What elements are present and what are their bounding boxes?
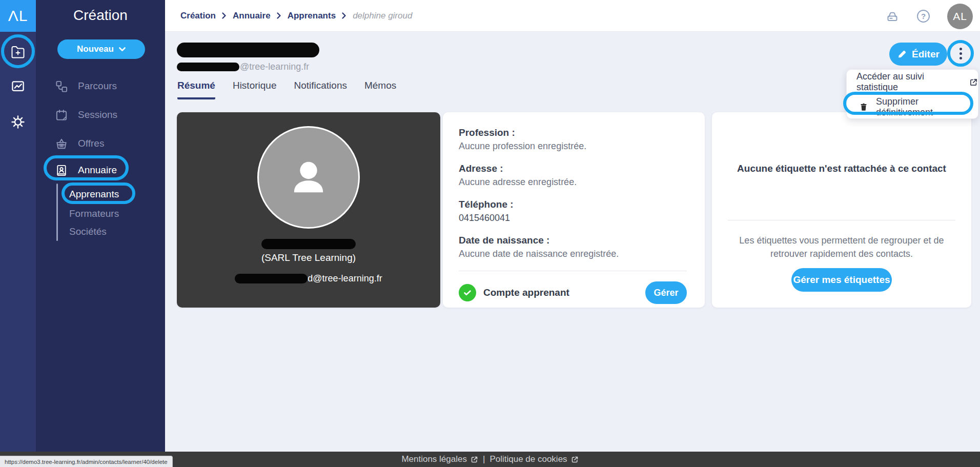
external-link-icon [471, 456, 478, 463]
edit-button-label: Éditer [912, 49, 940, 60]
sidebar-subitem-label: Apprenants [69, 189, 119, 200]
chevron-right-icon [276, 12, 282, 19]
sidebar-item-label: Offres [78, 138, 104, 149]
sidebar-item-label: Parcours [78, 80, 117, 92]
profile-email-redaction [235, 274, 308, 283]
tab-memos[interactable]: Mémos [364, 80, 396, 99]
sidebar-title: Création [36, 7, 165, 24]
tab-notifications[interactable]: Notifications [294, 80, 347, 99]
legal-link-label: Mentions légales [401, 454, 467, 464]
app-logo[interactable]: ΛL [0, 0, 36, 32]
folder-plus-icon [10, 44, 26, 60]
menu-item-statistics[interactable]: Accéder au suivi statistique [847, 70, 978, 94]
cookies-link-label: Politique de cookies [489, 454, 567, 464]
field-value: Aucune profession enregistrée. [459, 141, 687, 152]
field-value: 0415460041 [459, 213, 687, 224]
tab-resume[interactable]: Résumé [177, 80, 215, 99]
breadcrumb-creation[interactable]: Création [180, 11, 216, 21]
rail-item-settings[interactable] [0, 108, 36, 136]
sidebar-subitem-societes[interactable]: Sociétés [69, 225, 107, 238]
printer-icon[interactable] [885, 9, 900, 23]
help-glyph: ? [921, 12, 926, 21]
tags-help-text: Les étiquettes vous permettent de regrou… [731, 234, 952, 260]
breadcrumb-apprenants[interactable]: Apprenants [288, 11, 336, 21]
sidebar-item-parcours[interactable]: Parcours [36, 79, 165, 93]
gear-icon [10, 114, 26, 130]
field-telephone: Téléphone : 0415460041 [459, 199, 687, 224]
contact-email-redaction [177, 63, 239, 71]
account-row: Compte apprenant Gérer [459, 281, 687, 304]
submenu-tree-line [56, 184, 58, 241]
sidebar-item-label: Sessions [78, 109, 117, 120]
sidebar-item-annuaire[interactable]: Annuaire [36, 163, 165, 177]
tags-empty-title: Aucune étiquette n'est rattachée à ce co… [727, 163, 956, 174]
field-value: Aucune adresse enregistrée. [459, 177, 687, 188]
sidebar-subitem-apprenants[interactable]: Apprenants [69, 188, 119, 201]
tab-historique[interactable]: Historique [233, 80, 277, 99]
field-label: Adresse : [459, 163, 687, 174]
field-label: Date de naissance : [459, 235, 687, 246]
chevron-down-icon [119, 47, 126, 52]
basket-icon [55, 137, 68, 151]
menu-item-label: Supprimer définitivement [876, 96, 978, 118]
profile-name-redaction [261, 239, 356, 249]
edit-button[interactable]: Éditer [889, 43, 947, 66]
cookies-link[interactable]: Politique de cookies [489, 454, 578, 464]
contact-email-domain: @tree-learning.fr [240, 62, 309, 72]
context-menu: Accéder au suivi statistique Supprimer d… [846, 69, 978, 119]
calendar-icon [55, 108, 68, 122]
field-label: Profession : [459, 127, 687, 138]
pencil-icon [897, 49, 907, 59]
contact-email-row: @tree-learning.fr [177, 62, 309, 72]
new-button-label: Nouveau [77, 44, 114, 54]
person-icon [283, 152, 334, 203]
user-avatar[interactable]: AL [947, 4, 973, 29]
details-card: Profession : Aucune profession enregistr… [443, 112, 705, 308]
stats-folder-icon [10, 78, 26, 94]
profile-tabs: Résumé Historique Notifications Mémos [177, 80, 396, 99]
breadcrumb-annuaire[interactable]: Annuaire [233, 11, 271, 21]
sidebar-item-label: Annuaire [78, 165, 117, 176]
trash-icon [859, 102, 868, 112]
help-icon[interactable]: ? [917, 10, 930, 23]
menu-item-label: Accéder au suivi statistique [856, 71, 965, 93]
legal-link[interactable]: Mentions légales [401, 454, 478, 464]
menu-item-delete[interactable]: Supprimer définitivement [847, 94, 978, 119]
sidebar-item-offres[interactable]: Offres [36, 136, 165, 151]
contact-avatar [257, 126, 360, 229]
chevron-right-icon [341, 12, 347, 19]
topbar: Création Annuaire Apprenants delphine gi… [165, 0, 980, 32]
tags-divider [728, 220, 955, 220]
manage-tags-button[interactable]: Gérer mes étiquettes [791, 268, 892, 292]
field-value: Aucune date de naissance enregistrée. [459, 249, 687, 259]
rail-item-statistics[interactable] [0, 72, 36, 100]
footer-separator: | [483, 454, 485, 464]
main-content: @tree-learning.fr Résumé Historique Noti… [165, 32, 980, 452]
new-button[interactable]: Nouveau [57, 39, 145, 59]
more-options-button[interactable] [950, 43, 971, 64]
browser-status-url: https://demo3.tree-learning.fr/admin/con… [0, 456, 173, 467]
external-link-icon [571, 456, 579, 463]
field-label: Téléphone : [459, 199, 687, 210]
breadcrumb: Création Annuaire Apprenants delphine gi… [180, 11, 412, 21]
profile-email-row: d@tree-learning.fr [177, 273, 440, 284]
rail-item-create[interactable] [0, 37, 36, 66]
tags-card: Aucune étiquette n'est rattachée à ce co… [712, 112, 971, 308]
contact-name-redaction [177, 43, 319, 57]
breadcrumb-current: delphine giroud [353, 11, 412, 21]
check-icon [459, 284, 476, 301]
profile-card: (SARL Tree Learning) d@tree-learning.fr [177, 112, 440, 308]
sidebar-subitem-formateurs[interactable]: Formateurs [69, 207, 119, 220]
sidebar-creation: Création Nouveau Parcours Sessions [36, 0, 165, 452]
app-logo-text: ΛL [8, 7, 28, 25]
profile-email-domain: d@tree-learning.fr [308, 273, 382, 284]
icon-rail: ΛL [0, 0, 36, 452]
topbar-actions: ? AL [885, 0, 973, 32]
id-badge-icon [55, 164, 68, 177]
manage-account-button[interactable]: Gérer [645, 281, 687, 304]
sidebar-item-sessions[interactable]: Sessions [36, 108, 165, 122]
details-divider [459, 271, 687, 271]
account-label: Compte apprenant [483, 287, 569, 298]
field-naissance: Date de naissance : Aucune date de naiss… [459, 235, 687, 259]
field-adresse: Adresse : Aucune adresse enregistrée. [459, 163, 687, 188]
